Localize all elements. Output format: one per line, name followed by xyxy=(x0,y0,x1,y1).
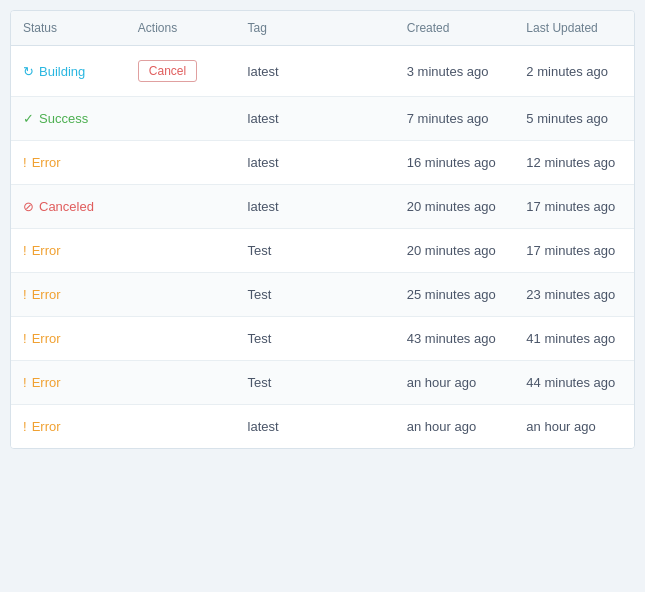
cancel-button[interactable]: Cancel xyxy=(138,60,197,82)
actions-cell xyxy=(126,317,236,361)
updated-cell: 5 minutes ago xyxy=(514,97,634,141)
created-cell: 16 minutes ago xyxy=(395,141,515,185)
created-cell: 43 minutes ago xyxy=(395,317,515,361)
tag-cell: latest xyxy=(236,141,395,185)
status-label: Error xyxy=(32,287,61,302)
status-label: Error xyxy=(32,243,61,258)
updated-cell: 41 minutes ago xyxy=(514,317,634,361)
created-cell: 25 minutes ago xyxy=(395,273,515,317)
header-created: Created xyxy=(395,11,515,46)
updated-cell: 44 minutes ago xyxy=(514,361,634,405)
builds-table: Status Actions Tag Created Last Updated … xyxy=(10,10,635,449)
status-cell: !Error xyxy=(23,419,114,434)
status-error-icon: ! xyxy=(23,287,27,302)
status-cell: !Error xyxy=(23,375,114,390)
tag-cell: Test xyxy=(236,229,395,273)
tag-cell: latest xyxy=(236,405,395,449)
status-label: Error xyxy=(32,331,61,346)
updated-cell: an hour ago xyxy=(514,405,634,449)
header-updated: Last Updated xyxy=(514,11,634,46)
status-label: Canceled xyxy=(39,199,94,214)
created-cell: 20 minutes ago xyxy=(395,185,515,229)
tag-cell: latest xyxy=(236,185,395,229)
actions-cell xyxy=(126,97,236,141)
table-row: !ErrorTest20 minutes ago17 minutes ago xyxy=(11,229,634,273)
status-error-icon: ! xyxy=(23,419,27,434)
status-error-icon: ! xyxy=(23,243,27,258)
updated-cell: 2 minutes ago xyxy=(514,46,634,97)
created-cell: 20 minutes ago xyxy=(395,229,515,273)
created-cell: 3 minutes ago xyxy=(395,46,515,97)
table-row: !ErrorTestan hour ago44 minutes ago xyxy=(11,361,634,405)
created-cell: an hour ago xyxy=(395,361,515,405)
table-row: ⊘Canceledlatest20 minutes ago17 minutes … xyxy=(11,185,634,229)
actions-cell xyxy=(126,405,236,449)
actions-cell: Cancel xyxy=(126,46,236,97)
status-error-icon: ! xyxy=(23,155,27,170)
table-row: ✓Successlatest7 minutes ago5 minutes ago xyxy=(11,97,634,141)
status-label: Error xyxy=(32,375,61,390)
tag-cell: latest xyxy=(236,97,395,141)
status-cell: !Error xyxy=(23,155,114,170)
table-row: ↻BuildingCancellatest3 minutes ago2 minu… xyxy=(11,46,634,97)
status-success-icon: ✓ xyxy=(23,111,34,126)
actions-cell xyxy=(126,229,236,273)
created-cell: an hour ago xyxy=(395,405,515,449)
actions-cell xyxy=(126,185,236,229)
status-cell: ↻Building xyxy=(23,64,114,79)
updated-cell: 17 minutes ago xyxy=(514,185,634,229)
tag-cell: Test xyxy=(236,361,395,405)
header-tag: Tag xyxy=(236,11,395,46)
header-actions: Actions xyxy=(126,11,236,46)
tag-cell: Test xyxy=(236,273,395,317)
updated-cell: 23 minutes ago xyxy=(514,273,634,317)
status-cell: ✓Success xyxy=(23,111,114,126)
table-row: !ErrorTest43 minutes ago41 minutes ago xyxy=(11,317,634,361)
actions-cell xyxy=(126,141,236,185)
table-header-row: Status Actions Tag Created Last Updated xyxy=(11,11,634,46)
status-label: Error xyxy=(32,419,61,434)
status-cell: !Error xyxy=(23,243,114,258)
status-label: Building xyxy=(39,64,85,79)
table-row: !Errorlatestan hour agoan hour ago xyxy=(11,405,634,449)
status-cell: ⊘Canceled xyxy=(23,199,114,214)
status-cell: !Error xyxy=(23,287,114,302)
updated-cell: 17 minutes ago xyxy=(514,229,634,273)
header-status: Status xyxy=(11,11,126,46)
created-cell: 7 minutes ago xyxy=(395,97,515,141)
tag-cell: Test xyxy=(236,317,395,361)
status-label: Error xyxy=(32,155,61,170)
status-building-icon: ↻ xyxy=(23,64,34,79)
table-row: !Errorlatest16 minutes ago12 minutes ago xyxy=(11,141,634,185)
actions-cell xyxy=(126,361,236,405)
status-error-icon: ! xyxy=(23,331,27,346)
status-canceled-icon: ⊘ xyxy=(23,199,34,214)
status-error-icon: ! xyxy=(23,375,27,390)
table-row: !ErrorTest25 minutes ago23 minutes ago xyxy=(11,273,634,317)
status-label: Success xyxy=(39,111,88,126)
tag-cell: latest xyxy=(236,46,395,97)
status-cell: !Error xyxy=(23,331,114,346)
updated-cell: 12 minutes ago xyxy=(514,141,634,185)
actions-cell xyxy=(126,273,236,317)
